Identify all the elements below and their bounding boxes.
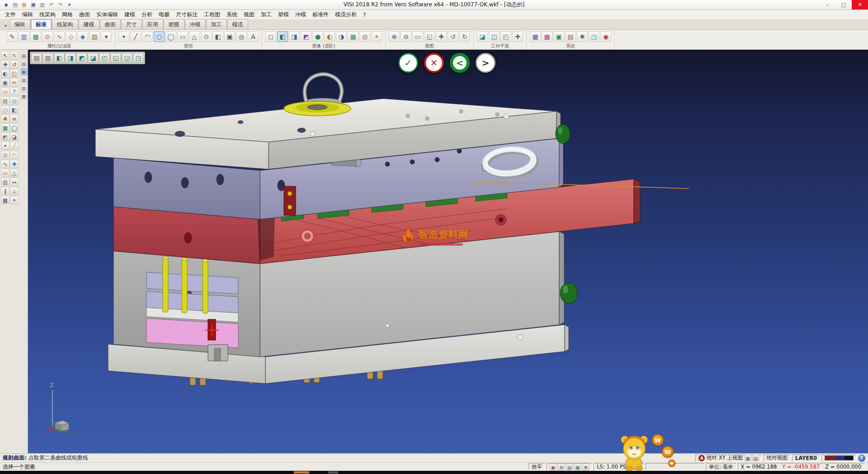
menu-item[interactable]: 加工 — [258, 10, 275, 19]
surface-filter-icon[interactable]: ◇ — [66, 31, 76, 42]
undo-icon[interactable]: ↶ — [47, 1, 55, 9]
wireframe-mode-icon[interactable]: ◻ — [265, 31, 276, 42]
visibility-icon[interactable]: ◎ — [10, 96, 19, 105]
rotate-icon[interactable]: ↺ — [10, 60, 19, 69]
grid-icon[interactable]: ▩ — [1, 196, 9, 204]
tab[interactable]: 塑膜 — [164, 19, 184, 29]
rotate-view-icon[interactable]: ↺ — [448, 31, 458, 42]
edit-attributes-icon[interactable]: ✎ — [7, 31, 18, 42]
new-file-icon[interactable]: ▤ — [11, 1, 19, 9]
point-tool-icon[interactable]: • — [118, 31, 129, 42]
layer-manager-icon[interactable]: ▦ — [30, 31, 41, 42]
tab[interactable]: 建模 — [79, 19, 99, 29]
redo-icon[interactable]: ↷ — [57, 1, 64, 9]
plane-origin-icon[interactable]: ✚ — [512, 31, 523, 42]
plane-xy-icon[interactable]: ◫ — [489, 31, 500, 42]
app-icon[interactable]: ◆ — [2, 1, 10, 9]
layer-color-cell[interactable] — [821, 455, 857, 462]
offset-icon[interactable]: ◯ — [10, 123, 19, 132]
box-tool-icon[interactable]: ◧ — [212, 31, 223, 42]
tab[interactable]: 标准 — [31, 19, 52, 29]
grid-mini-icon[interactable]: ▦ — [745, 455, 751, 461]
tab[interactable]: 应用 — [142, 19, 163, 29]
save-icon[interactable]: ▣ — [29, 1, 37, 9]
close-button[interactable]: ✕ — [852, 0, 868, 9]
tab-overflow-icon[interactable]: ▾ — [2, 23, 9, 29]
menu-item[interactable]: 标准件 — [309, 10, 332, 19]
menu-item[interactable]: 线架构 — [36, 10, 59, 19]
model-lifting-ring[interactable] — [284, 74, 351, 116]
spline-icon[interactable]: ∿ — [1, 160, 9, 168]
measure-icon[interactable]: ▭ — [1, 87, 9, 96]
layers-icon[interactable]: ▤ — [1, 96, 9, 105]
line-icon[interactable]: ╱ — [10, 142, 19, 150]
iso-view-icon[interactable]: ◧ — [54, 53, 65, 63]
strip-doc-icon-2[interactable]: ▥ — [21, 60, 27, 67]
refresh-view-icon[interactable]: ↻ — [459, 31, 470, 42]
point-filter-icon[interactable]: ⊙ — [42, 31, 53, 42]
section-view-icon[interactable]: ◑ — [336, 31, 347, 42]
menu-item[interactable]: 文件 — [2, 10, 19, 19]
mascot-widget[interactable]: W W w — [620, 433, 679, 472]
scale-icon[interactable]: ◱ — [10, 69, 19, 78]
menu-item[interactable]: 电极 — [156, 10, 173, 19]
model-canvas[interactable] — [28, 50, 868, 453]
database-icon[interactable]: ▤ — [565, 31, 576, 42]
texture-mode-icon[interactable]: ▦ — [348, 31, 359, 42]
arc-tool-icon[interactable]: ◠ — [142, 31, 153, 42]
array-icon[interactable]: ▦ — [1, 123, 9, 132]
menu-item[interactable]: 尺寸标注 — [173, 10, 201, 19]
minimize-button[interactable]: – — [819, 0, 835, 9]
grid-system-icon[interactable]: ▦ — [530, 31, 541, 42]
zoom-window-icon[interactable]: ▭ — [412, 31, 423, 42]
capture-icon[interactable]: ◉ — [550, 464, 557, 470]
strip-doc-icon-6[interactable]: ▦ — [21, 93, 27, 100]
hidden-line-icon[interactable]: ◩ — [301, 31, 311, 42]
zoom-out-icon[interactable]: ⊖ — [401, 31, 411, 42]
menu-item[interactable]: 编辑 — [19, 10, 36, 19]
menu-item[interactable]: 系统 — [223, 10, 241, 19]
edit-geometry-icon[interactable]: ✎ — [10, 51, 19, 60]
point-icon[interactable]: • — [1, 142, 9, 150]
assistant-icon[interactable]: ? — [858, 455, 865, 462]
view-config-icon[interactable]: ▥ — [42, 53, 53, 63]
render-mode-icon[interactable]: ● — [312, 31, 323, 42]
circle-icon[interactable]: ⊙ — [1, 151, 9, 159]
model-ejector-stack[interactable] — [146, 272, 238, 348]
qat-dropdown-icon[interactable]: ▾ — [66, 1, 73, 9]
tab[interactable]: 模流 — [227, 19, 248, 29]
axon-view-icon[interactable]: ◳ — [133, 53, 144, 63]
tab[interactable]: 编辑 — [9, 19, 30, 29]
insert-icon[interactable]: ✚ — [10, 160, 19, 168]
menu-item[interactable]: 冲模 — [292, 10, 309, 19]
viewport[interactable]: ▤▥◧◨◩◪◰◱◲◳ ✓✕<> 智造资料网 Z — [28, 50, 868, 453]
smooth-shade-icon[interactable]: ◨ — [289, 31, 300, 42]
menu-item[interactable]: 塑模 — [275, 10, 292, 19]
lock-cell[interactable]: 拴牢 — [528, 463, 545, 470]
hatch-icon[interactable]: ▨ — [1, 178, 9, 186]
strip-doc-icon-5[interactable]: ▥ — [21, 85, 27, 91]
open-file-icon[interactable]: ▦ — [20, 1, 28, 9]
units-cell[interactable]: 单位: 毫米 — [706, 463, 736, 470]
tab[interactable]: 线架构 — [52, 19, 78, 29]
palette-icon[interactable]: ▩ — [542, 31, 552, 42]
left-view-icon[interactable]: ◪ — [88, 53, 99, 63]
match-attributes-icon[interactable]: ▥ — [19, 31, 29, 42]
copy-icon[interactable]: ▣ — [1, 78, 9, 87]
menu-item[interactable]: 实体编辑 — [93, 10, 121, 19]
confirm-button[interactable]: ✓ — [398, 53, 418, 73]
tab[interactable]: 尺寸 — [121, 19, 142, 29]
zoom-in-icon[interactable]: ⊕ — [389, 31, 400, 42]
menu-item[interactable]: ? — [360, 11, 369, 19]
pan-view-icon[interactable]: ✚ — [436, 31, 447, 42]
explode-icon[interactable]: ✱ — [1, 114, 9, 123]
slot-tool-icon[interactable]: ⊙ — [201, 31, 212, 42]
mirror-icon[interactable]: ◐ — [1, 69, 9, 78]
view-mode-cell[interactable]: A 绝对 XY 上视图 ▦▤ — [695, 455, 762, 462]
settings-status-icon[interactable]: ✱ — [582, 464, 589, 470]
line-tool-icon[interactable]: ╱ — [130, 31, 141, 42]
polygon-tool-icon[interactable]: △ — [189, 31, 200, 42]
intersect-icon[interactable]: ◪ — [10, 133, 19, 141]
bottom-view-icon[interactable]: ◲ — [122, 53, 132, 63]
menu-item[interactable]: 视图 — [241, 10, 258, 19]
